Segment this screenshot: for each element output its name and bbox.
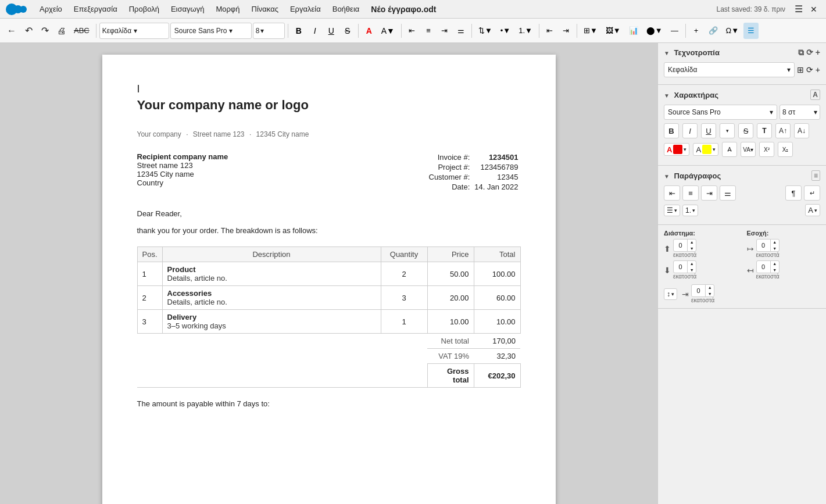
align-center-btn[interactable]: ≡ [682,185,699,201]
decrease-indent-button[interactable]: ⇤ [542,23,557,39]
line-spacing-button[interactable]: ⇅▼ [475,23,496,39]
undo-icon[interactable]: ↶ [21,23,36,39]
va-btn[interactable]: VA▾ [741,142,756,157]
undo-back-icon[interactable]: ← [3,23,20,39]
ordered-list-btn[interactable]: 1. ▾ [682,205,698,216]
sidebar-toggle-icon[interactable]: ☰ [791,1,806,17]
italic-button[interactable]: I [307,23,323,39]
print-icon[interactable]: 🖨 [53,23,69,39]
para-mark-btn[interactable]: ¶ [785,185,802,201]
spellcheck-icon[interactable]: ABC [70,23,93,39]
product-detail: Details, article no. [167,274,376,283]
unordered-list-button[interactable]: •▼ [497,23,514,39]
table-row: Project #: 123456789 [427,162,521,172]
spacing-above-down[interactable]: ▼ [688,245,696,252]
menu-ergaleia[interactable]: Εργαλεία [284,2,327,16]
menu-eisagogi[interactable]: Εισαγωγή [165,2,210,16]
paragraph-style-select[interactable]: Κεφαλίδα ▾ [99,23,169,39]
align-justify-button[interactable]: ⚌ [453,23,469,39]
strikethrough-fmt-btn[interactable]: S [738,123,753,138]
close-icon[interactable]: ✕ [806,1,821,17]
indent-right-down[interactable]: ▼ [771,267,779,273]
panel-icon-1[interactable]: ⧉ [798,48,804,58]
menu-provoli[interactable]: Προβολή [123,2,165,16]
font-size-select[interactable]: 8 ▾ [253,23,285,39]
line-button[interactable]: — [667,23,682,39]
bold-fmt-btn[interactable]: B [664,123,679,138]
spacing-below-down[interactable]: ▼ [688,267,696,273]
align-left-btn[interactable]: ⇤ [664,185,680,201]
font-color-arrow: ▾ [684,146,686,152]
text-box-fmt-btn[interactable]: T [757,123,772,138]
first-line-input[interactable]: 0 ▲ ▼ [691,284,714,297]
para-icon[interactable]: ≡ [811,170,820,181]
panel-icon-2[interactable]: ⟳ [806,48,813,58]
font-dropdown[interactable]: Source Sans Pro ▾ [664,105,777,120]
align-justify-btn[interactable]: ⚌ [720,185,736,201]
formatting-icon-2[interactable]: ⟳ [806,65,813,74]
subscript-btn[interactable]: X₂ [778,142,793,157]
formatting-icon-3[interactable]: + [816,65,820,74]
menu-morfi[interactable]: Μορφή [210,2,245,16]
align-left-button[interactable]: ⇤ [405,23,420,39]
bold-button[interactable]: B [291,23,306,39]
ordered-list-button[interactable]: 1.▼ [515,23,536,39]
spacing-above-input[interactable]: 0 ▲ ▼ [673,239,696,252]
line-spacing-select-btn[interactable]: ↕ ▾ [664,288,677,300]
hyperlink-button[interactable]: 🔗 [705,23,721,39]
underline-fmt-btn[interactable]: U [701,123,716,138]
highlight-color-btn[interactable]: A ▾ [693,143,718,156]
menu-voitheia[interactable]: Βοήθεια [327,2,366,16]
superscript-btn[interactable]: X² [759,142,774,157]
sidebar-button[interactable]: ☰ [743,23,759,39]
underline-dropdown-btn[interactable]: ▾ [720,123,735,138]
font-color-btn[interactable]: A ▾ [664,143,689,156]
image-button[interactable]: 🖼▼ [602,23,624,39]
charaktiras-header: ▼ Χαρακτήρας A [664,90,820,100]
para-bg-color-btn[interactable]: A ▾ [805,204,820,216]
spacing-above-up[interactable]: ▲ [688,239,696,245]
strikethrough-button[interactable]: S [340,23,355,39]
gross-total-value: €202,30 [474,364,520,388]
menu-archivo[interactable]: Αρχείο [34,2,68,16]
align-right-button[interactable]: ⇥ [437,23,452,39]
font-row: Source Sans Pro ▾ 8 στ ▾ [664,105,820,120]
indent-left-up[interactable]: ▲ [771,239,779,245]
clear-formatting-btn[interactable]: A [722,142,737,157]
align-right-btn[interactable]: ⇥ [701,185,717,201]
font-select[interactable]: Source Sans Pro ▾ [170,23,252,39]
ltr-btn[interactable]: ↵ [804,185,820,201]
panel-icon-3[interactable]: + [816,48,820,58]
first-line-down[interactable]: ▼ [706,291,714,297]
spacing-below-wrap: 0 ▲ ▼ εκατοστά [673,260,696,280]
indent-right-up[interactable]: ▲ [771,260,779,267]
table-button[interactable]: ⊞▼ [580,23,601,39]
font-color-button[interactable]: A [362,23,377,39]
italic-fmt-btn[interactable]: I [682,123,698,138]
spacing-below-up[interactable]: ▲ [688,260,696,267]
reset-icon[interactable]: A [810,90,820,100]
indent-left-down[interactable]: ▼ [771,245,779,252]
formatting-icon-1[interactable]: ⊞ [797,65,804,74]
increase-font-btn[interactable]: A↑ [775,123,791,138]
size-dropdown[interactable]: 8 στ ▾ [779,105,820,120]
indent-left-input[interactable]: 0 ▲ ▼ [756,239,779,252]
indent-right-input[interactable]: 0 ▲ ▼ [756,260,779,273]
style-dropdown[interactable]: Κεφαλίδα ▾ [664,62,795,77]
redo-icon[interactable]: ↷ [37,23,52,39]
menu-pinakas[interactable]: Πίνακας [246,2,284,16]
special-chars-button[interactable]: Ω▼ [723,23,743,39]
doc-page[interactable]: I Your company name or logo Your company… [102,55,556,504]
footnote-button[interactable]: + [689,23,704,39]
menu-epexergasia[interactable]: Επεξεργασία [68,2,123,16]
unordered-list-btn[interactable]: ☰ ▾ [664,205,680,216]
chart-button[interactable]: 📊 [625,23,642,39]
increase-indent-button[interactable]: ⇥ [559,23,574,39]
underline-button[interactable]: U [324,23,339,39]
decrease-font-btn[interactable]: A↓ [794,123,809,138]
spacing-below-input[interactable]: 0 ▲ ▼ [673,260,696,273]
highlight-color-button[interactable]: A▼ [378,23,398,39]
align-center-button[interactable]: ≡ [421,23,436,39]
shapes-button[interactable]: ⬤▼ [643,23,666,39]
first-line-up[interactable]: ▲ [706,284,714,291]
